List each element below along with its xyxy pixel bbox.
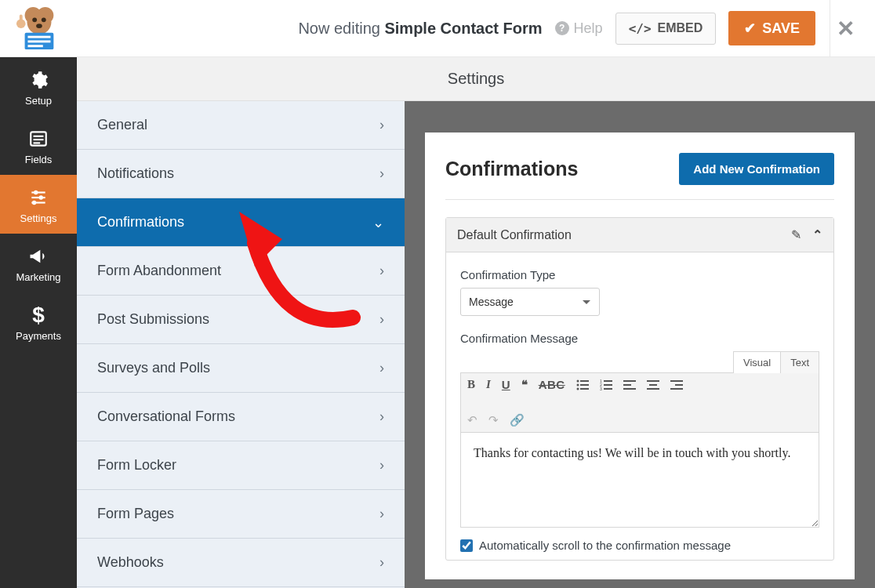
align-center-icon[interactable] — [647, 379, 659, 390]
svg-point-25 — [576, 383, 579, 386]
svg-rect-42 — [675, 384, 683, 386]
left-nav: Setup Fields Settings Marketing $ Paymen… — [0, 57, 77, 588]
chevron-right-icon: › — [379, 506, 384, 522]
chevron-right-icon: › — [379, 165, 384, 182]
chevron-right-icon: › — [379, 117, 384, 133]
gear-icon — [0, 68, 77, 92]
svg-rect-30 — [604, 380, 612, 382]
chevron-right-icon: › — [379, 408, 384, 425]
embed-button[interactable]: </> EMBED — [615, 13, 717, 45]
settings-list: General› Notifications› Confirmations⌄ F… — [77, 101, 405, 588]
settings-row-post-submissions[interactable]: Post Submissions› — [77, 296, 405, 344]
svg-point-3 — [32, 17, 37, 22]
help-icon: ? — [555, 21, 569, 35]
italic-icon[interactable]: I — [486, 378, 491, 391]
numbered-list-icon[interactable]: 123 — [600, 379, 612, 390]
svg-point-4 — [42, 17, 46, 22]
row-label: Post Submissions — [97, 311, 209, 328]
row-label: Conversational Forms — [97, 408, 235, 425]
editing-label: Now editing Simple Contact Form — [298, 20, 542, 38]
check-icon: ✔ — [744, 20, 756, 37]
accordion-title: Default Confirmation — [457, 228, 572, 242]
settings-row-notifications[interactable]: Notifications› — [77, 150, 405, 198]
nav-item-settings[interactable]: Settings — [0, 175, 77, 234]
row-label: General — [97, 117, 147, 133]
blockquote-icon[interactable]: ❝ — [521, 382, 528, 388]
chevron-right-icon: › — [379, 360, 384, 376]
save-label: SAVE — [762, 20, 800, 37]
nav-label: Settings — [0, 212, 77, 224]
editor-toolbar: B I U ❝ ABC 123 — [461, 373, 819, 433]
strikethrough-icon[interactable]: ABC — [539, 378, 565, 391]
message-editor[interactable]: Thanks for contacting us! We will be in … — [461, 433, 819, 527]
nav-label: Fields — [0, 154, 77, 165]
row-label: Surveys and Polls — [97, 360, 210, 376]
svg-rect-43 — [670, 388, 683, 390]
svg-text:$: $ — [32, 304, 45, 326]
chevron-up-icon[interactable]: ⌃ — [812, 227, 822, 242]
help-link[interactable]: ? Help — [555, 20, 603, 37]
autoscroll-row[interactable]: Automatically scroll to the confirmation… — [460, 539, 819, 552]
bullhorn-icon — [0, 245, 77, 268]
chevron-right-icon: › — [379, 263, 384, 279]
settings-row-form-locker[interactable]: Form Locker› — [77, 441, 405, 490]
autoscroll-checkbox[interactable] — [460, 539, 473, 552]
panel-title: Confirmations — [445, 158, 578, 180]
redo-icon[interactable]: ↷ — [488, 413, 499, 427]
settings-row-confirmations[interactable]: Confirmations⌄ — [77, 198, 405, 247]
svg-point-23 — [576, 379, 579, 382]
add-confirmation-button[interactable]: Add New Confirmation — [679, 153, 834, 185]
settings-header: Settings — [77, 57, 875, 101]
editor-tab-text[interactable]: Text — [780, 351, 819, 373]
confirmation-type-select[interactable]: Message — [460, 288, 600, 316]
settings-row-general[interactable]: General› — [77, 101, 405, 150]
underline-icon[interactable]: U — [502, 378, 510, 391]
settings-row-form-pages[interactable]: Form Pages› — [77, 490, 405, 539]
app-logo — [0, 0, 77, 57]
row-label: Form Abandonment — [97, 263, 221, 279]
svg-rect-34 — [604, 388, 612, 390]
svg-rect-37 — [623, 388, 636, 390]
align-left-icon[interactable] — [623, 379, 636, 390]
svg-rect-28 — [580, 388, 589, 390]
svg-rect-39 — [649, 384, 657, 386]
autoscroll-label: Automatically scroll to the confirmation… — [479, 539, 731, 552]
svg-point-17 — [34, 191, 38, 194]
close-column: ✕ — [830, 0, 861, 57]
nav-label: Payments — [0, 330, 77, 342]
accordion-header[interactable]: Default Confirmation ✎ ⌃ — [446, 218, 833, 252]
editor-tab-visual[interactable]: Visual — [733, 351, 781, 373]
settings-row-form-abandonment[interactable]: Form Abandonment› — [77, 247, 405, 296]
row-label: Notifications — [97, 165, 174, 182]
settings-row-surveys-polls[interactable]: Surveys and Polls› — [77, 344, 405, 393]
svg-rect-11 — [20, 15, 23, 24]
pencil-icon[interactable]: ✎ — [791, 227, 801, 242]
help-label: Help — [574, 20, 603, 37]
nav-item-fields[interactable]: Fields — [0, 116, 77, 175]
message-label: Confirmation Message — [460, 332, 819, 345]
svg-point-21 — [32, 201, 36, 205]
svg-point-2 — [27, 10, 52, 34]
svg-rect-32 — [604, 384, 612, 386]
close-icon[interactable]: ✕ — [837, 16, 855, 42]
svg-rect-36 — [623, 384, 631, 386]
row-label: Webhooks — [97, 554, 164, 571]
settings-row-webhooks[interactable]: Webhooks› — [77, 539, 405, 587]
save-button[interactable]: ✔ SAVE — [728, 11, 815, 45]
undo-icon[interactable]: ↶ — [467, 413, 477, 427]
editing-prefix: Now editing — [298, 20, 384, 37]
nav-label: Setup — [0, 95, 77, 107]
nav-item-setup[interactable]: Setup — [0, 57, 77, 116]
row-label: Form Locker — [97, 457, 176, 474]
link-icon[interactable]: 🔗 — [510, 413, 525, 427]
align-right-icon[interactable] — [670, 379, 683, 390]
svg-rect-38 — [647, 380, 659, 382]
bold-icon[interactable]: B — [467, 378, 475, 391]
nav-item-marketing[interactable]: Marketing — [0, 234, 77, 292]
embed-label: EMBED — [658, 21, 703, 35]
nav-item-payments[interactable]: $ Payments — [0, 292, 77, 351]
bullet-list-icon[interactable] — [576, 379, 589, 390]
type-label: Confirmation Type — [460, 268, 819, 281]
svg-rect-40 — [647, 388, 659, 390]
settings-row-conversational-forms[interactable]: Conversational Forms› — [77, 393, 405, 441]
